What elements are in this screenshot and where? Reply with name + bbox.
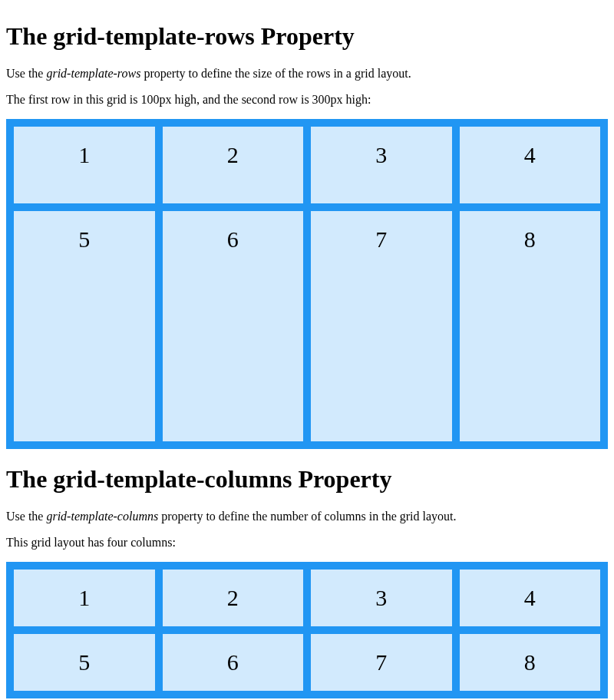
property-name-emphasis: grid-template-columns xyxy=(46,510,158,523)
section-heading-columns: The grid-template-columns Property xyxy=(6,465,608,494)
intro-paragraph-columns: Use the grid-template-columns property t… xyxy=(6,510,608,523)
grid-example-columns: 1 2 3 4 5 6 7 8 xyxy=(6,562,608,698)
grid-cell: 2 xyxy=(163,570,304,626)
grid-cell: 7 xyxy=(311,211,452,441)
grid-cell: 6 xyxy=(163,211,304,441)
grid-cell: 3 xyxy=(311,127,452,203)
text-fragment: Use the xyxy=(6,67,46,80)
grid-cell: 5 xyxy=(14,634,155,691)
grid-cell: 8 xyxy=(460,211,601,441)
grid-cell: 7 xyxy=(311,634,452,691)
grid-cell: 5 xyxy=(14,211,155,441)
section-heading-rows: The grid-template-rows Property xyxy=(6,22,608,51)
grid-cell: 4 xyxy=(460,570,601,626)
grid-cell: 6 xyxy=(163,634,304,691)
text-fragment: property to define the number of columns… xyxy=(158,510,456,523)
text-fragment: Use the xyxy=(6,510,46,523)
grid-cell: 2 xyxy=(163,127,304,203)
grid-example-rows: 1 2 3 4 5 6 7 8 xyxy=(6,119,608,449)
intro-paragraph-rows: Use the grid-template-rows property to d… xyxy=(6,67,608,81)
grid-cell: 8 xyxy=(460,634,601,691)
grid-cell: 3 xyxy=(311,570,452,626)
grid-cell: 1 xyxy=(14,570,155,626)
description-paragraph-rows: The first row in this grid is 100px high… xyxy=(6,93,608,107)
grid-cell: 1 xyxy=(14,127,155,203)
property-name-emphasis: grid-template-rows xyxy=(46,67,140,80)
grid-cell: 4 xyxy=(460,127,601,203)
text-fragment: property to define the size of the rows … xyxy=(140,67,411,80)
description-paragraph-columns: This grid layout has four columns: xyxy=(6,536,608,550)
